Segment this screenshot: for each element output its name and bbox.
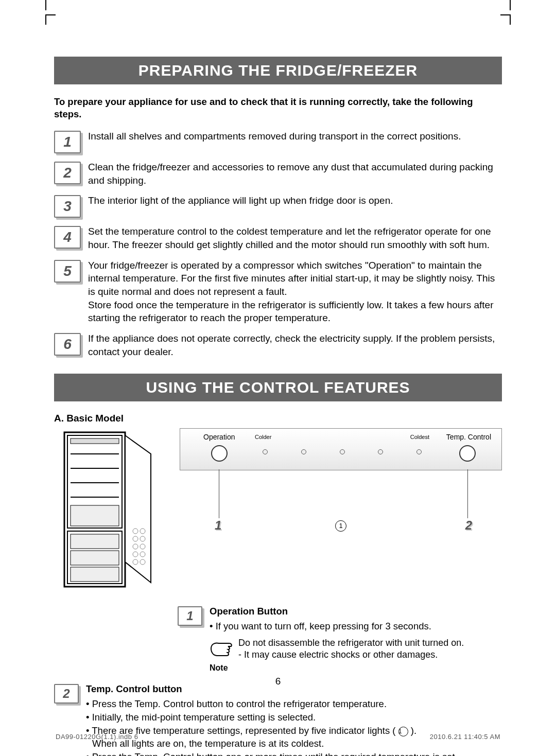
callout-number-1: 1 [215,518,221,533]
colder-label: Colder [255,434,271,440]
temp-control-button-icon [459,445,476,462]
control-panel-diagram: Operation Temp. Control Colder Coldest 1… [180,428,502,470]
step-4: 4 Set the temperature control to the col… [54,225,502,251]
list-item: Press the Temp. Control button to contro… [86,698,502,710]
operation-button-section: 1 Operation Button If you want to turn o… [178,605,502,674]
step-number-icon: 6 [54,333,81,356]
indicator-lights [263,449,422,454]
operation-button-bullets: If you want to turn off, keep pressing f… [210,620,502,633]
list-item: If you want to turn off, keep pressing f… [210,620,502,633]
fridge-illustration [54,428,157,595]
scale-labels: Colder Coldest [255,434,429,440]
step-number-icon: 4 [54,226,81,249]
operation-label: Operation [203,433,235,441]
note-text: Do not disassemble the refrigerator with… [238,637,464,661]
step-text: The interior light of the appliance will… [88,194,502,207]
operation-button-icon [211,445,228,462]
controls-illustration-row: Operation Temp. Control Colder Coldest 1… [54,428,502,595]
crop-mark [500,14,511,25]
step-text: Clean the fridge/freezer and accessories… [88,161,502,187]
svg-rect-11 [71,567,119,582]
step-2: 2 Clean the fridge/freezer and accessori… [54,161,502,187]
list-item: Initially, the mid-point temperature set… [86,711,502,724]
step-number-icon: 2 [54,162,81,184]
svg-rect-2 [71,438,119,444]
fridge-icon [54,428,157,593]
prepare-steps: 1 Install all shelves and compartments r… [54,130,502,358]
step-text: Set the temperature control to the colde… [88,225,502,251]
step-1: 1 Install all shelves and compartments r… [54,130,502,153]
footer-right: 2010.6.21 11:40:5 AM [430,733,500,741]
footer-left: DA99-01220G(1.1).indb 6 [56,733,138,741]
step-number-icon: 5 [54,260,81,283]
temp-control-label: Temp. Control [446,433,491,441]
callout-number-2: 2 [465,518,472,533]
step-text: Install all shelves and compartments rem… [88,130,502,143]
step-number-icon: 3 [54,195,81,218]
crop-mark [45,14,56,25]
callout-indicator-ref: 1 [335,520,346,532]
callout-line [219,469,219,518]
step-6: 6 If the appliance does not operate corr… [54,332,502,358]
svg-rect-10 [71,551,119,565]
step-3: 3 The interior light of the appliance wi… [54,194,502,218]
step-number-icon: 1 [54,131,81,153]
section-banner-prepare: PREPARING THE FRIDGE/FREEZER [54,57,502,84]
page-number: 6 [0,676,556,687]
step-text: Your fridge/freezer is operated by a com… [88,259,502,325]
operation-button-title: Operation Button [210,605,502,618]
list-item: Press the Temp. Control button one or mo… [86,751,502,756]
temp-control-bullets: Press the Temp. Control button to contro… [86,698,502,756]
step-text: If the appliance does not operate correc… [88,332,502,358]
manual-page: PREPARING THE FRIDGE/FREEZER To prepare … [0,0,556,756]
coldest-label: Coldest [410,434,429,440]
step-number-icon: 1 [178,606,202,626]
intro-text: To prepare your appliance for use and to… [54,96,502,120]
svg-rect-9 [71,534,119,549]
note-row: Note Do not disassemble the refrigerator… [210,637,502,674]
section-banner-controls: USING THE CONTROL FEATURES [54,374,502,401]
note-hand-icon: Note [210,637,233,674]
temp-control-section: 2 Temp. Control button Press the Temp. C… [54,683,502,756]
svg-rect-7 [71,505,119,526]
step-5: 5 Your fridge/freezer is operated by a c… [54,259,502,325]
svg-marker-12 [125,435,151,583]
callout-line [467,469,468,518]
control-panel: Operation Temp. Control Colder Coldest [180,428,502,470]
note-label: Note [210,662,233,674]
model-heading: A. Basic Model [54,413,502,424]
indicator-ref-icon: 1 [398,727,408,736]
